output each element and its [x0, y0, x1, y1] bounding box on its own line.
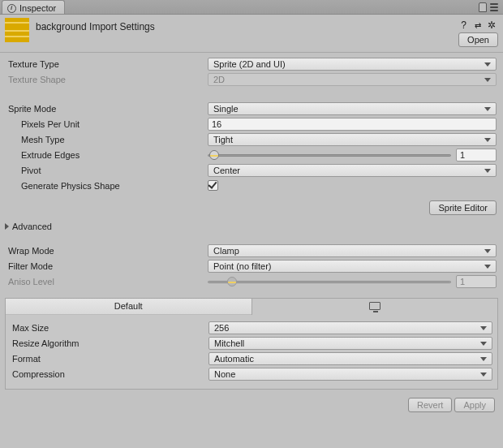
filter-mode-dropdown[interactable]: Point (no filter) — [208, 260, 497, 273]
label-sprite-mode: Sprite Mode — [6, 104, 208, 114]
tab-bar: Inspector — [0, 0, 503, 15]
generate-physics-checkbox[interactable] — [208, 180, 218, 191]
label-wrap-mode: Wrap Mode — [6, 246, 208, 256]
pixels-per-unit-input[interactable] — [208, 118, 497, 131]
label-pivot: Pivot — [6, 166, 208, 175]
aniso-level-value — [456, 275, 497, 288]
compression-dropdown[interactable]: None — [209, 368, 492, 381]
label-aniso-level: Aniso Level — [6, 277, 208, 286]
max-size-dropdown[interactable]: 256 — [209, 321, 492, 334]
asset-thumbnail — [5, 18, 29, 42]
info-icon — [7, 4, 16, 13]
label-advanced: Advanced — [12, 222, 52, 231]
wrap-mode-dropdown[interactable]: Clamp — [208, 244, 497, 257]
tab-label: Inspector — [19, 3, 56, 13]
advanced-foldout[interactable]: Advanced — [0, 218, 503, 235]
pivot-dropdown[interactable]: Center — [208, 164, 497, 177]
resize-algorithm-dropdown[interactable]: Mitchell — [209, 337, 492, 350]
label-format: Format — [11, 354, 209, 364]
open-button[interactable]: Open — [458, 32, 498, 47]
help-icon[interactable]: ? — [458, 19, 469, 31]
label-texture-shape: Texture Shape — [6, 75, 208, 84]
label-compression: Compression — [11, 369, 209, 379]
texture-shape-dropdown: 2D — [208, 73, 497, 86]
tab-inspector[interactable]: Inspector — [2, 0, 65, 14]
texture-type-dropdown[interactable]: Sprite (2D and UI) — [208, 58, 497, 71]
label-max-size: Max Size — [11, 323, 209, 333]
monitor-icon — [369, 302, 380, 310]
format-dropdown[interactable]: Automatic — [209, 352, 492, 365]
context-menu-icon[interactable] — [490, 3, 498, 11]
label-texture-type: Texture Type — [6, 59, 208, 69]
gear-icon[interactable]: ✲ — [486, 19, 497, 31]
label-extrude-edges: Extrude Edges — [6, 150, 208, 160]
preset-icon[interactable]: ⇄ — [472, 21, 483, 30]
sprite-editor-button[interactable]: Sprite Editor — [429, 200, 497, 215]
extrude-edges-slider[interactable] — [208, 149, 451, 162]
apply-button: Apply — [454, 398, 495, 412]
label-generate-physics: Generate Physics Shape — [6, 181, 208, 191]
label-pixels-per-unit: Pixels Per Unit — [21, 119, 80, 129]
lock-icon[interactable] — [479, 2, 487, 12]
platform-tab-default[interactable]: Default — [6, 299, 252, 315]
chevron-right-icon — [5, 223, 9, 230]
extrude-edges-value[interactable] — [456, 149, 497, 162]
aniso-level-slider — [208, 275, 451, 288]
platform-tab-standalone[interactable] — [252, 299, 498, 315]
asset-title: background Import Settings — [36, 21, 458, 32]
sprite-mode-dropdown[interactable]: Single — [208, 102, 497, 115]
mesh-type-dropdown[interactable]: Tight — [208, 133, 497, 146]
platform-settings: Default Max Size 256 Resize Algorithm Mi… — [5, 298, 498, 390]
label-mesh-type: Mesh Type — [6, 135, 208, 144]
label-resize-algo: Resize Algorithm — [11, 338, 209, 348]
revert-button: Revert — [408, 398, 452, 412]
label-filter-mode: Filter Mode — [6, 261, 208, 271]
